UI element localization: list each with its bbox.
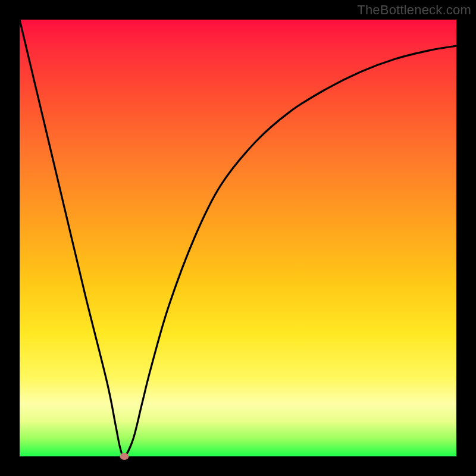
chart-frame: TheBottleneck.com — [0, 0, 476, 476]
plot-area — [20, 20, 456, 456]
curve-svg — [20, 20, 456, 456]
minimum-marker — [120, 453, 129, 460]
watermark-text: TheBottleneck.com — [357, 2, 471, 18]
bottleneck-curve — [20, 20, 456, 456]
